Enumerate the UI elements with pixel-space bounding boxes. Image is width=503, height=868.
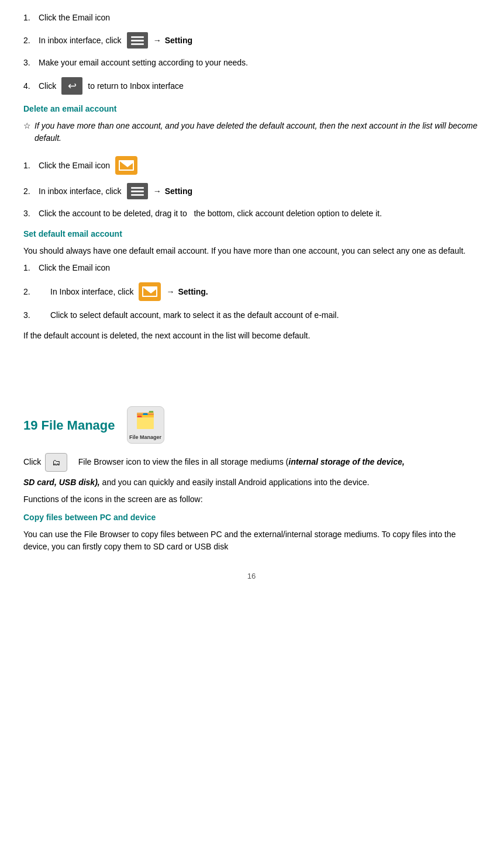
set-default-step-2-prefix: In Inbox interface, click [50, 286, 133, 298]
copy-files-section: Copy files between PC and device You can… [23, 511, 480, 553]
delete-step-1-text: Click the Email icon [39, 160, 110, 172]
set-default-step-2: 2. In Inbox interface, click →Setting. [23, 282, 480, 301]
step-num-4: 4. [23, 80, 35, 92]
step-1-text: Click the Email icon [39, 12, 110, 24]
delete-step-1: 1. Click the Email icon [23, 156, 480, 175]
set-default-step-1-text: Click the Email icon [39, 262, 110, 274]
set-default-step-num-3: 3. [23, 309, 35, 321]
back-icon: ↩ [61, 77, 82, 95]
copy-files-para: You can use the File Browser to copy fil… [23, 528, 480, 553]
file-manage-para2: SD card, USB disk), [23, 478, 100, 487]
menu-icon-step2 [127, 32, 148, 49]
delete-step-2-setting: Setting [165, 185, 192, 198]
file-manage-para3: and you can quickly and easily install A… [102, 478, 370, 487]
delete-step-num-1: 1. [23, 160, 35, 172]
file-manage-para2-container: SD card, USB disk), and you can quickly … [23, 476, 480, 489]
file-manage-title-text: 19 File Manage [23, 416, 115, 435]
set-default-step-1: 1. Click the Email icon [23, 262, 480, 274]
step-4: 4. Click ↩ to return to Inbox interface [23, 77, 480, 95]
delete-step-2-text-before: In inbox interface, click [39, 185, 122, 198]
step-4-click: Click [39, 80, 56, 92]
delete-step-3-text: Click the account to be deleted, drag it… [39, 208, 382, 220]
step-2-arrow: → [153, 34, 161, 47]
file-manage-bold-italic: internal storage of the device, [288, 457, 404, 466]
delete-step-num-3: 3. [23, 208, 35, 220]
step-4-text-after: to return to Inbox interface [88, 80, 183, 92]
file-manager-icon-glyph: 🗂️ [135, 408, 156, 433]
file-browser-icon: 🗂 [45, 453, 67, 472]
step-1: 1. Click the Email icon [23, 12, 480, 24]
delete-section: Delete an email account ☆ If you have mo… [23, 103, 480, 220]
file-manager-icon: 🗂️ File Manager [127, 406, 164, 444]
set-default-step-num-1: 1. [23, 262, 35, 274]
copy-files-heading: Copy files between PC and device [23, 511, 480, 524]
set-default-heading: Set default email account [23, 228, 480, 240]
file-manage-title: 19 File Manage 🗂️ File Manager [23, 406, 164, 444]
step-num-3: 3. [23, 57, 35, 69]
delete-step-2: 2. In inbox interface, click →Setting [23, 183, 480, 199]
file-manage-section: 19 File Manage 🗂️ File Manager Click 🗂 F… [23, 383, 480, 506]
step-3: 3. Make your email account setting accor… [23, 57, 480, 69]
set-default-step-num-2: 2. [23, 286, 35, 298]
menu-icon-delete [127, 183, 148, 199]
delete-heading: Delete an email account [23, 103, 480, 115]
step-3-text: Make your email account setting accordin… [39, 57, 248, 69]
set-default-step-2-arrow: → [166, 286, 174, 298]
click-label: Click [23, 457, 41, 466]
step-2-setting: Setting [165, 34, 192, 47]
email-icon-delete [115, 156, 137, 175]
step-num-1: 1. [23, 12, 35, 24]
top-steps-section: 1. Click the Email icon 2. In inbox inte… [23, 12, 480, 95]
star-symbol: ☆ [23, 120, 31, 132]
email-icon-set-default [139, 282, 161, 301]
step-2: 2. In inbox interface, click →Setting [23, 32, 480, 49]
set-default-step-3-text: Click to select default account, mark to… [50, 309, 339, 321]
file-manager-label: File Manager [129, 434, 161, 442]
file-manage-para-container: Click 🗂 File Browser icon to view the fi… [23, 453, 480, 472]
default-note: If the default account is deleted, the n… [23, 330, 480, 342]
file-manage-para-text1: File Browser icon to view the files in a… [78, 457, 288, 466]
file-manage-para4: Functions of the icons in the screen are… [23, 493, 480, 506]
delete-step-2-arrow: → [153, 185, 161, 198]
delete-step-num-2: 2. [23, 185, 35, 198]
delete-step-3: 3. Click the account to be deleted, drag… [23, 208, 480, 220]
delete-note-container: ☆ If you have more than one account, and… [23, 120, 480, 150]
set-default-section: Set default email account You should alw… [23, 228, 480, 342]
set-default-para1: You should always have one default email… [23, 245, 480, 257]
delete-note-text: If you have more than one account, and y… [35, 120, 480, 144]
step-num-2: 2. [23, 34, 35, 47]
step-2-text-before: In inbox interface, click [39, 34, 122, 47]
page-number: 16 [23, 570, 480, 582]
set-default-step-2-setting: Setting. [178, 286, 208, 298]
set-default-step-3: 3. Click to select default account, mark… [23, 309, 480, 321]
